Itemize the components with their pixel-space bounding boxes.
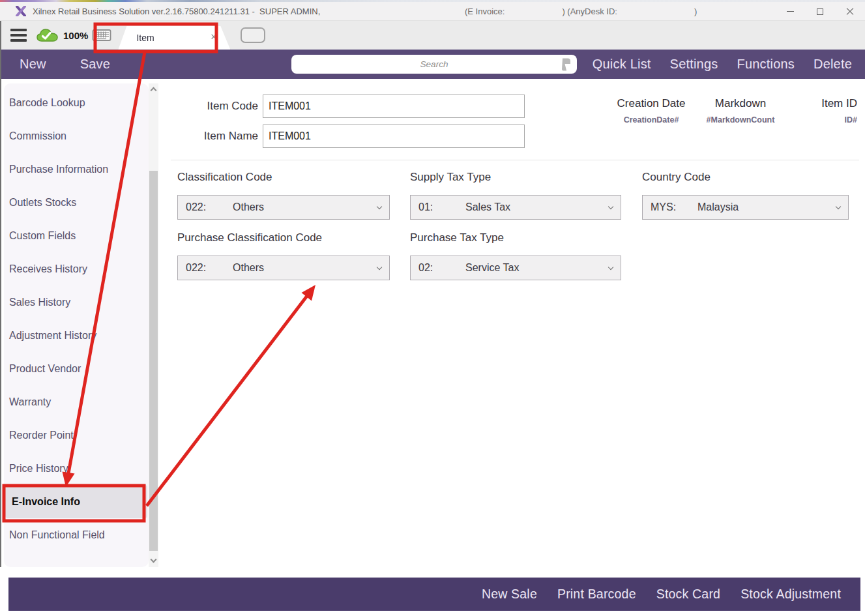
app-logo-icon [16,6,26,16]
classification-code-label: Classification Code [177,171,390,184]
window-left-border [0,21,1,567]
item-code-input[interactable] [263,95,525,118]
sidebar-item-adjustment-history[interactable]: Adjustment History [4,319,149,352]
settings-button[interactable]: Settings [670,57,718,72]
search-input[interactable] [291,55,577,74]
purchase-tax-type-code: 02: [418,262,465,274]
creation-date-label: Creation Date [617,97,686,110]
country-code-code: MYS: [651,201,697,213]
purchase-classification-code-code: 022: [186,262,233,274]
sidebar-item-e-invoice-info[interactable]: E-Invoice Info [5,485,147,518]
title-status: (E Invoice: ) (AnyDesk ID: ) [465,7,697,16]
cloud-sync-icon[interactable] [36,27,59,44]
item-code-label: Item Code [169,100,263,113]
app-window: Xilnex Retail Business Solution ver.2.16… [0,0,865,616]
item-name-row: Item Name [169,125,691,148]
sidebar-item-reorder-point[interactable]: Reorder Point [4,418,149,452]
chevron-down-icon [377,264,382,269]
bottom-action-bar: New Sale Print Barcode Stock Card Stock … [8,578,860,611]
scroll-down-icon[interactable] [151,557,157,563]
new-sale-button[interactable]: New Sale [482,587,537,602]
purchase-classification-code-text: Others [233,262,377,274]
classification-code-text: Others [233,201,377,213]
sidebar-scrollbar[interactable] [149,83,158,567]
chevron-down-icon [608,264,613,269]
print-barcode-button[interactable]: Print Barcode [557,587,636,602]
country-code-select[interactable]: MYS: Malaysia [642,195,849,220]
new-tab-placeholder[interactable] [241,27,265,43]
sidebar-item-price-history[interactable]: Price History [4,452,149,485]
item-id-label: Item ID [821,97,857,110]
menu-icon[interactable] [10,29,27,42]
purchase-tax-type-text: Service Tax [465,262,609,274]
tab-bar: 100% Item ✕ [0,21,865,50]
tab-close-icon[interactable]: ✕ [210,32,217,42]
scroll-up-icon[interactable] [151,87,157,94]
country-code-text: Malaysia [697,201,836,213]
sidebar-item-product-vendor[interactable]: Product Vendor [4,352,149,385]
creation-date-value: CreationDate# [624,115,679,125]
chevron-down-icon [836,203,841,209]
sidebar-item-barcode-lookup[interactable]: Barcode Lookup [4,86,149,119]
zoom-level[interactable]: 100% [63,30,88,41]
barcode-scanner-icon [559,57,572,75]
quick-list-button[interactable]: Quick List [593,57,651,72]
item-id-value: ID# [845,115,857,125]
item-name-input[interactable] [263,125,525,148]
markdown-label: Markdown [715,97,766,110]
sidebar-item-sales-history[interactable]: Sales History [4,286,149,319]
chevron-down-icon [377,203,382,209]
purchase-classification-code-label: Purchase Classification Code [177,231,390,244]
paren-close: ) [694,7,697,16]
sidebar-item-commission[interactable]: Commission [4,119,149,153]
tab-item-label: Item [136,33,154,43]
window-controls [775,2,865,21]
country-code-label: Country Code [642,171,849,184]
sidebar-item-receives-history[interactable]: Receives History [4,252,149,286]
supply-tax-type-label: Supply Tax Type [410,171,621,184]
item-meta: Creation Date CreationDate# Markdown #Ma… [608,97,857,125]
anydesk-label: ) (AnyDesk ID: [562,7,617,16]
main-toolbar: New Save Quick List Settings Functions D… [0,50,865,79]
stock-adjustment-button[interactable]: Stock Adjustment [740,587,841,602]
purchase-tax-type-select[interactable]: 02: Service Tax [410,256,621,280]
window-title: Xilnex Retail Business Solution ver.2.16… [33,7,320,16]
search-box [291,55,577,74]
minimize-button[interactable] [775,2,805,21]
scrollbar-thumb[interactable] [149,171,158,551]
new-button[interactable]: New [20,57,46,72]
tab-item[interactable]: Item ✕ [118,26,230,50]
supply-tax-type-select[interactable]: 01: Sales Tax [410,195,621,220]
maximize-button[interactable] [805,2,835,21]
sidebar-item-non-functional-field[interactable]: Non Functional Field [4,518,149,551]
purchase-tax-type-label: Purchase Tax Type [410,231,621,244]
item-form: Item Code Item Name Creation Date Creati… [160,79,865,578]
e-invoice-label: (E Invoice: [465,7,505,16]
supply-tax-type-text: Sales Tax [465,201,609,213]
item-name-label: Item Name [169,130,263,143]
keyboard-icon[interactable] [92,28,111,42]
sidebar-item-outlets-stocks[interactable]: Outlets Stocks [4,186,149,219]
supply-tax-type-code: 01: [418,201,465,213]
classification-code-select[interactable]: 022: Others [177,195,390,220]
classification-code-code: 022: [186,201,233,213]
title-bar: Xilnex Retail Business Solution ver.2.16… [0,2,865,21]
chevron-down-icon [608,203,613,209]
markdown-value: #MarkdownCount [707,115,775,125]
purchase-classification-code-select[interactable]: 022: Others [177,256,390,280]
section-divider [171,160,859,160]
sidebar-item-custom-fields[interactable]: Custom Fields [4,219,149,252]
sidebar-item-warranty[interactable]: Warranty [4,385,149,418]
sidebar-item-purchase-information[interactable]: Purchase Information [4,153,149,186]
save-button[interactable]: Save [80,57,110,72]
sidebar-nav: Barcode Lookup Commission Purchase Infor… [4,83,149,567]
close-button[interactable] [835,2,865,21]
stock-card-button[interactable]: Stock Card [656,587,720,602]
delete-button[interactable]: Delete [814,57,852,72]
functions-button[interactable]: Functions [737,57,795,72]
